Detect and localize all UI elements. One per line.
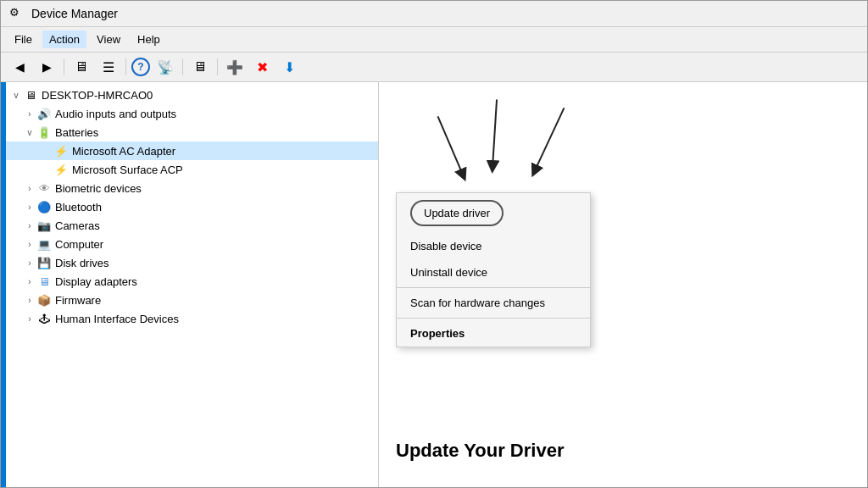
context-menu-disable-device[interactable]: Disable device [397,233,590,259]
toolbar: ◀ ▶ 🖥 ☰ ? 📡 🖥 ➕ ✖ ⬇ [1,53,867,82]
remove-button[interactable]: ✖ [250,56,274,78]
context-menu-separator-2 [397,318,590,319]
device-tree: v 🖥 DESKTOP-HMRCAO0 › 🔊 Audio inputs and… [6,82,379,487]
audio-label: Audio inputs and outputs [55,108,176,120]
context-menu-separator-1 [397,287,590,288]
scan-button[interactable]: 📡 [153,56,177,78]
tree-item-cameras[interactable]: › 📷 Cameras [6,216,378,235]
context-menu-update-driver[interactable]: Update driver [410,200,504,226]
human-icon: 🕹 [36,311,52,326]
separator-3 [182,58,183,75]
add-driver-button[interactable]: ➕ [223,56,247,78]
context-menu-properties[interactable]: Properties [397,320,590,347]
audio-icon: 🔊 [36,106,52,121]
batteries-label: Batteries [55,126,98,139]
svg-line-1 [492,100,497,167]
display-label: Display adapters [55,275,137,288]
surface-acp-icon: ⚡ [53,162,69,177]
tree-item-disk[interactable]: › 💾 Disk drives [6,253,378,272]
cameras-expander: › [23,221,36,230]
menu-help[interactable]: Help [131,30,167,48]
computer-expander: › [23,240,36,249]
disk-icon: 💾 [36,255,52,270]
separator-2 [125,58,126,75]
battery-icon: 🔋 [36,125,52,140]
display-expander: › [23,277,36,286]
svg-line-0 [438,116,464,175]
bluetooth-label: Bluetooth [55,201,102,214]
menu-bar: File Action View Help [1,27,867,53]
human-expander: › [23,314,36,324]
monitor-button[interactable]: 🖥 [188,56,212,78]
display-icon: 🖥 [36,274,52,289]
properties-button[interactable]: 🖥 [70,56,93,78]
cameras-label: Cameras [55,219,100,232]
ms-surface-label: Microsoft Surface ACP [72,164,183,176]
device-manager-icon: ⚙ [9,6,25,21]
svg-line-2 [535,108,565,170]
back-button[interactable]: ◀ [8,56,31,78]
biometric-icon: 👁 [36,180,52,196]
batteries-expander: v [23,128,36,137]
context-menu: Update driver Disable device Uninstall d… [396,192,591,347]
update-driver-toolbar-button[interactable]: ⬇ [277,56,301,78]
tree-item-ms-adapter[interactable]: ⚡ Microsoft AC Adapter [6,141,378,160]
window-title: Device Manager [31,7,118,20]
root-expander: v [9,91,23,100]
ac-adapter-icon: ⚡ [53,143,69,158]
firmware-expander: › [23,296,36,305]
biometric-expander: › [23,184,36,193]
tree-item-biometric[interactable]: › 👁 Biometric devices [6,179,378,197]
title-bar: ⚙ Device Manager [1,1,867,27]
tree-item-human[interactable]: › 🕹 Human Interface Devices [6,309,378,328]
computer-icon: 🖥 [23,87,38,103]
context-menu-uninstall-device[interactable]: Uninstall device [397,259,590,286]
menu-view[interactable]: View [90,30,127,48]
tree-item-bluetooth[interactable]: › 🔵 Bluetooth [6,197,378,216]
bluetooth-icon: 🔵 [36,199,52,214]
tree-root[interactable]: v 🖥 DESKTOP-HMRCAO0 [6,86,378,104]
tree-item-batteries[interactable]: v 🔋 Batteries [6,123,378,141]
bluetooth-expander: › [23,202,36,212]
view-button[interactable]: ☰ [97,56,120,78]
main-content: v 🖥 DESKTOP-HMRCAO0 › 🔊 Audio inputs and… [1,82,867,487]
tree-item-ms-surface[interactable]: ⚡ Microsoft Surface ACP [6,160,378,179]
root-label: DESKTOP-HMRCAO0 [42,89,153,102]
firmware-label: Firmware [55,294,101,307]
disk-label: Disk drives [55,257,109,269]
separator-1 [64,58,64,75]
help-button[interactable]: ? [131,58,150,76]
context-menu-scan-hardware[interactable]: Scan for hardware changes [397,290,590,316]
update-driver-heading: Update Your Driver [396,440,564,462]
tree-item-audio[interactable]: › 🔊 Audio inputs and outputs [6,104,378,123]
menu-file[interactable]: File [8,30,39,48]
camera-icon: 📷 [36,218,52,233]
tree-item-computer[interactable]: › 💻 Computer [6,235,378,253]
firmware-icon: 📦 [36,292,52,308]
forward-button[interactable]: ▶ [35,56,58,78]
tree-item-display[interactable]: › 🖥 Display adapters [6,272,378,291]
menu-action[interactable]: Action [42,30,86,48]
tree-item-firmware[interactable]: › 📦 Firmware [6,291,378,309]
computer-label: Computer [55,238,103,251]
biometric-label: Biometric devices [55,182,142,195]
separator-4 [217,58,218,75]
audio-expander: › [23,109,36,119]
ms-adapter-label: Microsoft AC Adapter [72,145,175,158]
right-panel: Update driver Disable device Uninstall d… [379,82,867,487]
disk-expander: › [23,258,36,268]
human-label: Human Interface Devices [55,313,179,325]
computer-tree-icon: 💻 [36,236,52,252]
